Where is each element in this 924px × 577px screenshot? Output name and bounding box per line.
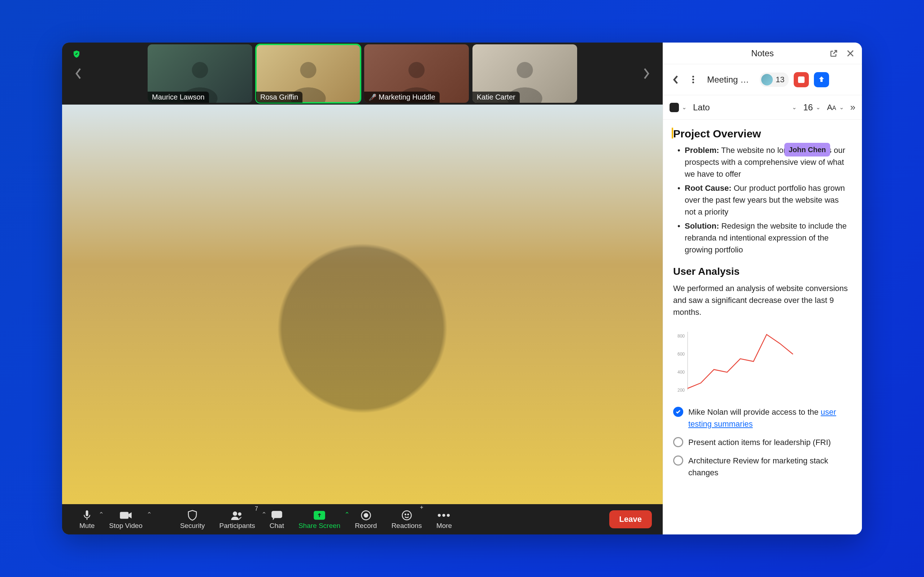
close-icon[interactable]	[845, 48, 855, 58]
participant-thumb[interactable]: Katie Carter	[472, 44, 577, 103]
svg-point-9	[405, 514, 406, 515]
stop-recording-button[interactable]	[794, 72, 809, 87]
svg-point-2	[233, 511, 237, 516]
task-list: Mike Nolan will provide access to the us…	[673, 406, 852, 479]
gallery-prev[interactable]	[69, 64, 87, 82]
chevron-down-icon[interactable]: ⌄	[839, 104, 844, 111]
gallery-next[interactable]	[637, 64, 656, 82]
kebab-menu-icon[interactable]	[687, 74, 699, 86]
list-item: Solution: Redesign the website to includ…	[680, 220, 852, 256]
more-formatting-icon[interactable]: »	[850, 102, 855, 113]
chevron-down-icon[interactable]: ⌄	[816, 104, 821, 111]
svg-text:800: 800	[677, 334, 685, 338]
svg-point-8	[402, 511, 411, 520]
more-button[interactable]: ••• More	[430, 504, 459, 534]
paragraph: We performed an analysis of website conv…	[673, 282, 852, 318]
svg-point-7	[364, 514, 368, 517]
shield-icon	[187, 509, 198, 522]
svg-point-3	[238, 513, 242, 516]
checkbox-empty-icon[interactable]	[673, 456, 683, 466]
list-item: Problem: The website no longer provides …	[680, 144, 852, 180]
svg-text:400: 400	[677, 370, 685, 375]
chevron-up-icon[interactable]: ⌃	[147, 511, 152, 519]
chevron-down-icon[interactable]: ⌄	[792, 104, 796, 111]
svg-point-10	[407, 514, 409, 515]
record-icon	[360, 509, 372, 522]
collaborator-cursor-tag: John Chen	[784, 143, 830, 156]
notes-toolbar: Meeting … 13	[663, 64, 862, 95]
participant-name: Katie Carter	[477, 93, 515, 102]
leave-button[interactable]: Leave	[609, 510, 652, 528]
smile-icon: +	[401, 509, 412, 522]
section-heading: User Analysis	[673, 266, 852, 277]
notes-content[interactable]: Project Overview Problem: The website no…	[663, 120, 862, 534]
record-button[interactable]: Record	[348, 504, 383, 534]
reactions-button[interactable]: + Reactions	[385, 504, 428, 534]
participant-thumb[interactable]: Rosa Griffin	[256, 44, 360, 103]
participant-name: Marketing Huddle	[379, 93, 435, 102]
text-color-picker[interactable]	[670, 103, 679, 112]
svg-rect-11	[798, 76, 804, 83]
document-title[interactable]: Meeting …	[704, 75, 755, 85]
presence-indicator[interactable]: 13	[760, 73, 789, 87]
share-icon	[313, 509, 326, 522]
task-item[interactable]: Present action items for leadership (FRI…	[673, 436, 852, 448]
mute-button[interactable]: Mute ⌃	[73, 504, 101, 534]
font-size-select[interactable]: 16	[803, 102, 813, 113]
list-item: Root Cause: Our product portfolio has gr…	[680, 182, 852, 218]
avatar	[761, 74, 773, 85]
presence-count: 13	[775, 75, 784, 84]
participants-count: 7	[255, 506, 258, 512]
participant-name: Maurice Lawson	[152, 93, 205, 102]
muted-mic-icon: 🎤̸	[368, 93, 376, 102]
meeting-controls: Mute ⌃ Stop Video ⌃ Security Participant…	[62, 504, 663, 534]
svg-text:200: 200	[677, 388, 685, 393]
conversion-chart: 200400600800	[673, 329, 796, 394]
svg-rect-0	[86, 510, 89, 516]
task-item[interactable]: Architecture Review for marketing stack …	[673, 455, 852, 479]
microphone-icon	[82, 509, 92, 522]
popout-icon[interactable]	[829, 48, 839, 58]
checkbox-checked-icon[interactable]	[673, 407, 683, 417]
share-screen-button[interactable]: Share Screen ⌃	[292, 504, 347, 534]
security-button[interactable]: Security	[174, 504, 212, 534]
participant-name: Rosa Griffin	[260, 93, 298, 102]
gallery-bar: Maurice Lawson Rosa Griffin 🎤̸Marketing …	[62, 43, 663, 105]
back-icon[interactable]	[670, 74, 682, 86]
svg-rect-4	[271, 511, 282, 518]
chevron-down-icon[interactable]: ⌄	[682, 104, 687, 111]
ellipsis-icon: •••	[438, 509, 451, 522]
svg-text:600: 600	[677, 351, 685, 357]
video-area: Maurice Lawson Rosa Griffin 🎤̸Marketing …	[62, 43, 663, 534]
notes-header: Notes	[663, 43, 862, 64]
font-family-select[interactable]: Lato	[693, 102, 789, 113]
people-icon	[230, 509, 244, 522]
thumbnails: Maurice Lawson Rosa Griffin 🎤̸Marketing …	[87, 44, 637, 103]
participant-thumb[interactable]: Maurice Lawson	[148, 44, 252, 103]
stop-video-button[interactable]: Stop Video ⌃	[102, 504, 149, 534]
checkbox-empty-icon[interactable]	[673, 437, 683, 447]
bullet-list: Problem: The website no longer provides …	[673, 144, 852, 256]
participants-button[interactable]: Participants 7 ⌃	[213, 504, 262, 534]
text-style-button[interactable]: AA	[827, 103, 836, 112]
notes-panel-title: Notes	[751, 48, 774, 58]
chat-icon	[271, 509, 283, 522]
section-heading: Project Overview	[673, 128, 852, 140]
encryption-shield-icon[interactable]	[72, 50, 81, 58]
app-window: Maurice Lawson Rosa Griffin 🎤̸Marketing …	[62, 43, 862, 534]
collab-cursor-marker	[672, 128, 673, 139]
task-item[interactable]: Mike Nolan will provide access to the us…	[673, 406, 852, 430]
active-speaker-video	[62, 105, 663, 504]
participant-thumb[interactable]: 🎤̸Marketing Huddle	[364, 44, 469, 103]
notes-panel: Notes Meeting … 13 ⌄ Lato ⌄ 16 ⌄ AA	[663, 43, 862, 534]
format-toolbar: ⌄ Lato ⌄ 16 ⌄ AA ⌄ »	[663, 95, 862, 120]
chat-button[interactable]: Chat	[263, 504, 291, 534]
camera-icon	[120, 509, 132, 522]
svg-rect-1	[120, 512, 129, 519]
share-note-button[interactable]	[814, 72, 829, 87]
